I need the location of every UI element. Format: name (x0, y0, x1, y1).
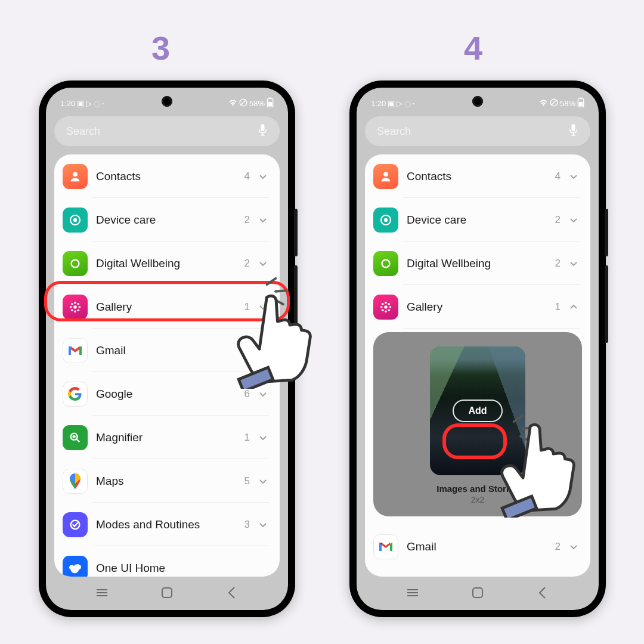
list-item-contacts[interactable]: Contacts 4 (54, 154, 280, 198)
list-item-one-ui-home[interactable]: One UI Home (54, 546, 280, 577)
svg-rect-5 (261, 124, 265, 131)
svg-point-40 (383, 172, 388, 177)
add-button[interactable]: Add (453, 400, 502, 422)
svg-point-51 (382, 309, 384, 311)
back-button[interactable] (535, 585, 550, 600)
widget-preview[interactable]: Add (430, 346, 525, 475)
list-item-device-care[interactable]: Device care 2 (365, 198, 590, 242)
chevron-down-icon (258, 476, 268, 486)
app-label: Magnifier (96, 431, 244, 444)
chevron-down-icon (258, 346, 268, 355)
app-label: Gmail (407, 540, 555, 553)
list-item-digital-wellbeing[interactable]: Digital Wellbeing 2 (54, 242, 280, 285)
chevron-down-icon (258, 259, 268, 268)
widget-count: 2 (244, 214, 250, 226)
svg-line-1 (241, 100, 246, 104)
step-number-4: 4 (464, 29, 482, 67)
widget-count: 2 (244, 258, 250, 270)
home-button[interactable] (159, 585, 175, 600)
google-icon (63, 382, 88, 407)
svg-point-52 (388, 309, 390, 311)
modes-routines-icon (63, 512, 88, 537)
list-item-gallery[interactable]: Gallery 1 (365, 285, 590, 329)
widget-count: 2 (244, 345, 250, 357)
svg-point-17 (71, 302, 73, 305)
widget-count: 1 (555, 301, 561, 313)
home-button[interactable] (470, 585, 485, 600)
phone-step-3: 1:20 ▣ ▷ ◌ • 58% Search (39, 80, 295, 617)
contacts-icon (373, 164, 398, 189)
power-button (294, 265, 298, 343)
list-item-gmail[interactable]: Gmail 2 (54, 329, 280, 372)
list-item-contacts[interactable]: Contacts 4 (365, 154, 590, 198)
app-label: Gmail (96, 344, 244, 357)
recents-button[interactable] (94, 585, 110, 600)
more-icon: • (413, 101, 414, 106)
nav-bar (357, 580, 599, 605)
widget-count: 2 (555, 541, 561, 553)
app-label: Digital Wellbeing (407, 257, 555, 270)
back-button[interactable] (224, 585, 240, 600)
app-label: Contacts (96, 170, 244, 183)
gallery-widget-panel: Add Images and Stories 2x2 (373, 332, 582, 516)
chevron-down-icon (258, 172, 268, 181)
widget-list-card: Contacts 4 Device care 2 Digital Wellbei… (365, 154, 590, 577)
svg-point-48 (389, 306, 392, 308)
search-input[interactable]: Search (54, 116, 280, 146)
app-label: Digital Wellbeing (96, 257, 244, 270)
chevron-down-icon (258, 433, 268, 442)
recents-button[interactable] (405, 585, 420, 600)
gmail-icon (373, 534, 398, 559)
app-label: Maps (96, 475, 244, 488)
svg-point-13 (74, 301, 76, 304)
volume-button (605, 209, 608, 256)
list-item-gallery[interactable]: Gallery 1 (54, 285, 280, 329)
app-label: Gallery (407, 301, 555, 314)
widget-count: 1 (244, 301, 250, 313)
app-label: Contacts (407, 170, 555, 183)
list-item-magnifier[interactable]: Magnifier 1 (54, 416, 280, 459)
widget-count: 2 (555, 214, 561, 226)
svg-rect-35 (580, 97, 582, 98)
search-input[interactable]: Search (365, 116, 590, 146)
phone-step-4: 1:20 ▣ ▷ ◌ • 58% Search Contacts 4 (349, 80, 606, 617)
widget-count: 6 (244, 388, 250, 400)
list-item-gmail[interactable]: Gmail 2 (365, 525, 590, 568)
svg-point-42 (384, 218, 388, 221)
list-item-device-care[interactable]: Device care 2 (54, 198, 280, 242)
widget-count: 4 (244, 171, 250, 182)
svg-point-45 (385, 301, 387, 304)
tap-sparks (504, 414, 540, 450)
widget-count: 4 (555, 171, 561, 182)
chevron-down-icon (569, 259, 578, 268)
play-icon: ▷ (86, 99, 92, 108)
list-item-google[interactable]: Google 6 (54, 372, 280, 416)
svg-point-10 (73, 218, 77, 221)
app-label: Gallery (96, 301, 244, 314)
battery-text: 58% (249, 99, 265, 108)
chevron-down-icon (569, 542, 578, 552)
chevron-down-icon (258, 389, 268, 399)
search-placeholder: Search (377, 125, 411, 138)
widget-size: 2x2 (471, 495, 485, 504)
svg-point-50 (388, 302, 390, 305)
svg-line-33 (552, 100, 556, 104)
list-item-digital-wellbeing[interactable]: Digital Wellbeing 2 (365, 242, 590, 285)
mic-icon[interactable] (258, 123, 268, 140)
sync-icon: ◌ (404, 99, 411, 108)
contacts-icon (63, 164, 88, 189)
app-label: One UI Home (96, 562, 268, 575)
front-camera (162, 96, 172, 107)
battery-text: 58% (560, 99, 575, 108)
app-label: Device care (96, 213, 244, 227)
play-icon: ▷ (397, 99, 402, 108)
svg-point-19 (71, 309, 73, 311)
svg-point-14 (74, 310, 76, 312)
mic-icon[interactable] (568, 123, 578, 140)
svg-rect-37 (572, 124, 575, 131)
chevron-down-icon (569, 215, 578, 225)
list-item-modes-routines[interactable]: Modes and Routines 3 (54, 503, 280, 546)
widget-list-card: Contacts 4 Device care 2 Digital Wellbei… (54, 154, 280, 577)
list-item-maps[interactable]: Maps 5 (54, 459, 280, 503)
device-care-icon (373, 208, 398, 233)
